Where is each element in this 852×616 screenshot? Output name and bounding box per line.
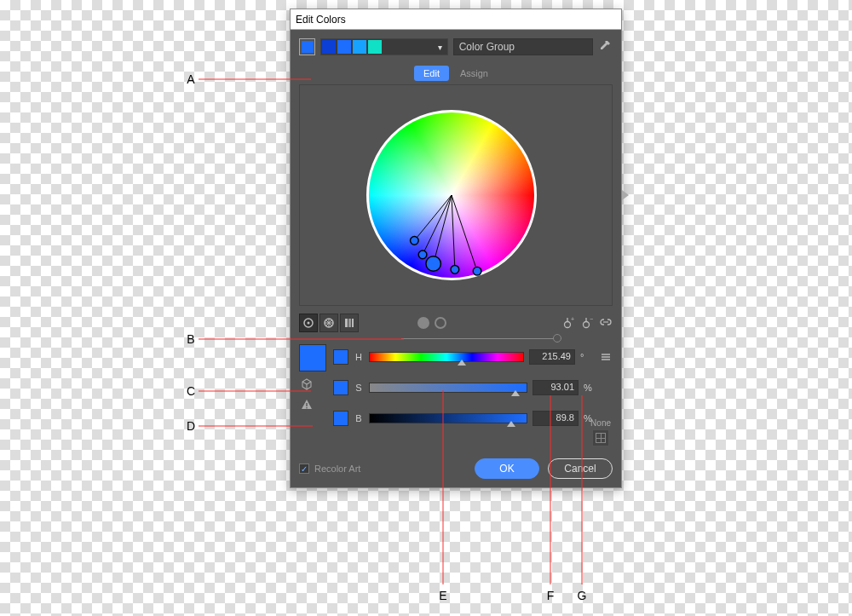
brightness-slider[interactable] — [369, 413, 527, 423]
expand-panel-icon[interactable] — [622, 190, 629, 200]
svg-rect-31 — [306, 407, 307, 408]
b-label: B — [354, 413, 364, 423]
h-label: H — [354, 352, 364, 362]
remove-color-tool-icon[interactable]: − — [580, 316, 594, 330]
s-unit: % — [584, 383, 596, 393]
h-unit: ° — [580, 352, 592, 362]
group-swatch — [353, 40, 366, 54]
h-swatch — [333, 349, 348, 365]
svg-point-15 — [451, 265, 459, 273]
group-swatch — [337, 40, 351, 54]
svg-point-12 — [411, 237, 419, 245]
none-color-block[interactable]: None — [590, 418, 611, 446]
color-group-name-input[interactable] — [453, 38, 593, 55]
svg-rect-22 — [352, 319, 354, 327]
brightness-knob[interactable] — [553, 334, 561, 343]
ok-button[interactable]: OK — [475, 458, 539, 479]
callout-A: A — [185, 73, 197, 85]
svg-rect-30 — [306, 403, 307, 406]
link-harmony-icon[interactable] — [599, 316, 613, 330]
color-wheel[interactable] — [366, 110, 537, 280]
svg-line-9 — [434, 195, 452, 264]
svg-point-13 — [418, 250, 427, 259]
brightness-track[interactable] — [401, 338, 561, 339]
callout-E: E — [437, 590, 449, 602]
show-brightness-hue-icon[interactable] — [435, 317, 446, 329]
svg-rect-21 — [348, 319, 351, 327]
callout-B: B — [185, 333, 197, 345]
segmented-wheel-button[interactable] — [320, 314, 338, 332]
s-swatch — [333, 380, 348, 395]
svg-text:−: − — [590, 317, 593, 322]
svg-point-14 — [426, 256, 440, 271]
callout-F: F — [544, 590, 556, 602]
active-color-chip — [302, 41, 314, 53]
callout-D: D — [185, 420, 197, 432]
callout-G: G — [576, 590, 588, 602]
svg-line-10 — [452, 195, 455, 269]
cube-icon — [299, 377, 314, 392]
group-swatch — [322, 40, 336, 54]
h-value[interactable]: 215.49 — [529, 349, 575, 365]
color-group-dropdown[interactable]: ▾ — [320, 38, 447, 55]
dialog-title: Edit Colors — [296, 14, 346, 26]
b-value[interactable]: 89.8 — [532, 411, 579, 426]
active-color-swatch[interactable] — [299, 38, 315, 55]
none-label: None — [590, 418, 611, 428]
annotated-figure: A B C D E F G Edit Colors — [166, 9, 639, 605]
color-bars-button[interactable] — [340, 314, 359, 332]
show-saturation-hue-icon[interactable] — [417, 317, 429, 329]
svg-text:+: + — [571, 317, 574, 322]
checkbox-icon: ✓ — [299, 463, 309, 474]
slider-menu-icon[interactable] — [599, 350, 613, 364]
svg-line-11 — [452, 195, 477, 271]
edit-colors-dialog: Edit Colors ▾ Edit — [290, 9, 622, 488]
color-wheel-area — [299, 84, 613, 306]
smooth-wheel-button[interactable] — [299, 314, 318, 332]
tab-edit[interactable]: Edit — [414, 66, 449, 81]
warning-icon — [299, 397, 314, 412]
svg-point-16 — [473, 267, 481, 275]
svg-point-23 — [564, 322, 570, 328]
add-color-tool-icon[interactable]: + — [561, 316, 575, 330]
s-value[interactable]: 93.01 — [532, 380, 579, 395]
recolor-art-toggle[interactable]: ✓ Recolor Art — [299, 463, 360, 474]
saturation-slider[interactable] — [369, 383, 527, 393]
s-label: S — [354, 383, 364, 393]
base-color-swatch[interactable] — [299, 344, 326, 371]
mode-tabs: Edit Assign — [299, 66, 613, 81]
svg-point-18 — [308, 322, 310, 325]
b-swatch — [333, 411, 348, 426]
svg-point-26 — [583, 322, 589, 328]
cancel-button[interactable]: Cancel — [548, 458, 613, 479]
eyedropper-icon[interactable] — [598, 39, 613, 55]
recolor-art-label: Recolor Art — [314, 463, 360, 474]
svg-rect-20 — [345, 319, 348, 327]
chevron-down-icon: ▾ — [434, 43, 447, 52]
tab-assign[interactable]: Assign — [451, 66, 498, 81]
callout-C: C — [185, 385, 197, 397]
dialog-titlebar: Edit Colors — [291, 9, 621, 30]
group-swatch — [368, 40, 382, 54]
none-swatch-icon — [592, 429, 609, 446]
hue-slider[interactable] — [369, 352, 524, 362]
